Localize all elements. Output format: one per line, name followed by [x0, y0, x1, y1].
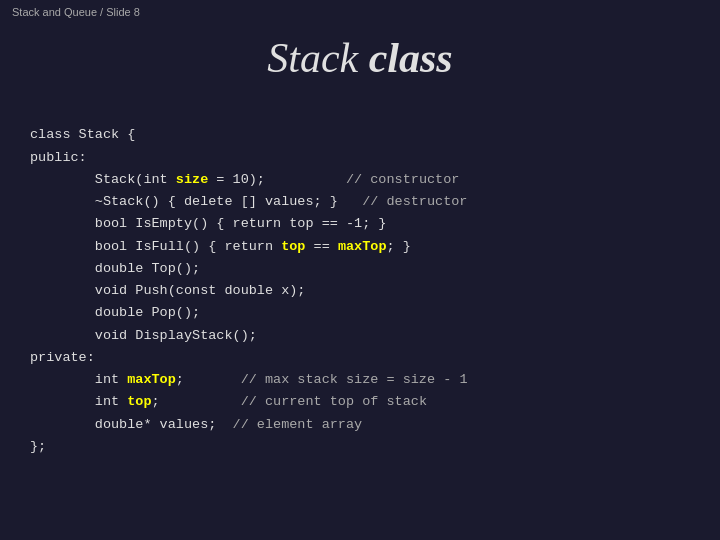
code-line-7: double Top();	[30, 261, 200, 276]
code-line-10: void DisplayStack();	[30, 328, 257, 343]
code-line-8: void Push(const double x);	[30, 283, 305, 298]
code-line-9: double Pop();	[30, 305, 200, 320]
code-block: class Stack { public: Stack(int size = 1…	[0, 102, 720, 458]
code-line-1: class Stack {	[30, 127, 135, 142]
code-line-5: bool IsEmpty() { return top == -1; }	[30, 216, 386, 231]
code-line-11: private:	[30, 350, 95, 365]
code-line-14: double* values; // element array	[30, 417, 362, 432]
code-line-6: bool IsFull() { return top == maxTop; }	[30, 239, 411, 254]
code-line-4: ~Stack() { delete [] values; } // destru…	[30, 194, 467, 209]
page-title: Stack class	[267, 35, 452, 81]
code-line-2: public:	[30, 150, 87, 165]
page-title-container: Stack class	[0, 34, 720, 82]
code-line-13: int top; // current top of stack	[30, 394, 427, 409]
title-part1: Stack	[267, 35, 358, 81]
breadcrumb: Stack and Queue / Slide 8	[0, 0, 720, 24]
title-part2: class	[358, 35, 453, 81]
code-line-15: };	[30, 439, 46, 454]
code-line-12: int maxTop; // max stack size = size - 1	[30, 372, 467, 387]
code-line-3: Stack(int size = 10); // constructor	[30, 172, 459, 187]
